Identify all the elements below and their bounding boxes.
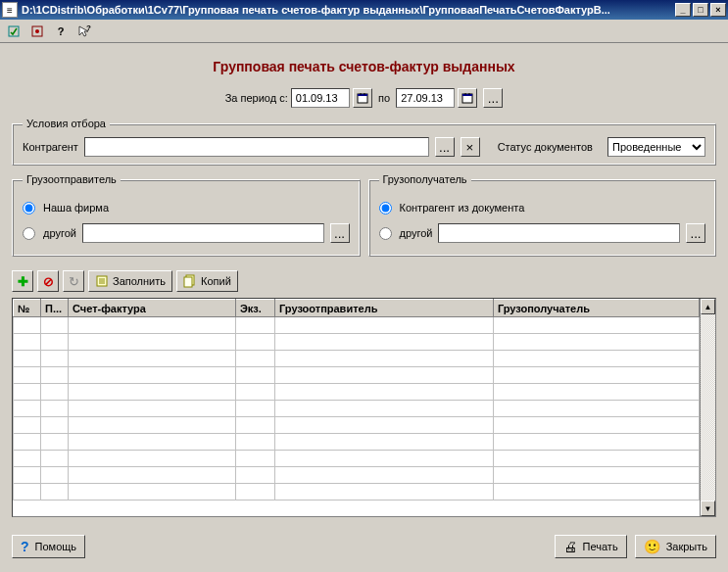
svg-point-2 [35,29,39,33]
calendar-to-icon[interactable] [458,88,477,108]
add-row-button[interactable]: ✚ [12,270,33,292]
table-row [14,384,700,401]
svg-text:?: ? [86,24,91,32]
minimize-button[interactable]: _ [675,3,691,17]
footer: ?Помощь 🖨Печать 🙂Закрыть [0,527,728,566]
refresh-button[interactable]: ↻ [63,270,84,292]
copies-button[interactable]: Копий [176,270,238,292]
col-invoice[interactable]: Счет-фактура [69,300,236,317]
table-body[interactable] [14,317,700,500]
table-row [14,451,700,467]
pointer-help-icon[interactable]: ? [74,22,94,41]
window-title: D:\1CDistrib\Обработки\1Cv77\Групповая п… [22,4,675,16]
sender-fieldset: Грузоотправитель Наша фирма другой ... [12,173,361,257]
page-title: Групповая печать счетов-фактур выданных [12,59,716,74]
period-row: За период с: по ... [12,88,716,108]
app-icon: ≡ [2,2,18,18]
smiley-icon: 🙂 [644,539,660,554]
table-row [14,434,700,451]
svg-rect-5 [358,94,367,96]
maximize-button[interactable]: □ [693,3,708,17]
receiver-legend: Грузополучатель [379,173,471,185]
receiver-radio-other[interactable] [379,227,392,240]
period-to-label: по [378,92,390,104]
counterparty-select-button[interactable]: ... [435,137,455,157]
data-table[interactable]: № П... Счет-фактура Экз. Грузоотправител… [13,299,700,500]
printer-icon: 🖨 [563,539,577,554]
col-number[interactable]: № [14,300,41,317]
toolbar: ? ? [0,20,728,43]
vertical-scrollbar[interactable]: ▲ ▼ [700,299,715,516]
col-receiver[interactable]: Грузополучатель [493,300,699,317]
counterparty-input[interactable] [84,137,429,157]
filter-fieldset: Условия отбора Контрагент ... × Статус д… [12,118,716,166]
table-row [14,484,700,500]
data-table-container: № П... Счет-фактура Экз. Грузоотправител… [12,298,716,517]
scroll-down-button[interactable]: ▼ [701,500,715,516]
toolbar-btn-2[interactable] [27,22,47,41]
receiver-fieldset: Грузополучатель Контрагент из документа … [368,173,717,257]
toolbar-btn-1[interactable] [4,22,24,41]
sender-opt1-label: Наша фирма [43,202,109,214]
counterparty-label: Контрагент [23,141,78,153]
scroll-track[interactable] [701,314,715,500]
receiver-other-input[interactable] [438,223,680,243]
table-row [14,467,700,484]
sender-radio-other[interactable] [23,227,35,240]
fill-button[interactable]: Заполнить [88,270,172,292]
scroll-up-button[interactable]: ▲ [701,299,715,314]
table-row [14,334,700,351]
table-row [14,317,700,334]
close-button[interactable]: 🙂Закрыть [635,535,716,558]
date-to-input[interactable] [396,88,455,108]
status-label: Статус документов [498,141,593,153]
receiver-radio-doc[interactable] [379,202,392,214]
table-row [14,351,700,367]
help-icon[interactable]: ? [51,22,71,41]
close-window-button[interactable]: × [710,3,726,17]
svg-rect-17 [184,277,192,287]
table-row [14,367,700,384]
table-row [14,417,700,434]
period-more-button[interactable]: ... [483,88,503,108]
window-titlebar: ≡ D:\1CDistrib\Обработки\1Cv77\Групповая… [0,0,728,20]
receiver-other-select-button[interactable]: ... [686,223,705,243]
svg-rect-0 [9,26,19,36]
help-question-icon: ? [21,539,29,554]
sender-opt2-label: другой [43,227,76,239]
sender-other-input[interactable] [82,223,324,243]
receiver-opt1-label: Контрагент из документа [400,202,525,214]
action-bar: ✚ ⊘ ↻ Заполнить Копий [12,270,716,292]
filter-legend: Условия отбора [23,118,110,129]
date-from-input[interactable] [291,88,350,108]
calendar-from-icon[interactable] [353,88,372,108]
sender-other-select-button[interactable]: ... [330,223,350,243]
col-ekz[interactable]: Экз. [236,300,275,317]
svg-rect-9 [462,94,472,96]
col-sender[interactable]: Грузоотправитель [275,300,494,317]
counterparty-clear-button[interactable]: × [461,137,480,157]
receiver-opt2-label: другой [400,227,433,239]
sender-radio-ours[interactable] [23,202,35,214]
sender-legend: Грузоотправитель [23,173,121,185]
print-button[interactable]: 🖨Печать [555,535,627,558]
help-button[interactable]: ?Помощь [12,535,85,558]
status-select[interactable]: Проведенные [607,137,705,157]
delete-row-button[interactable]: ⊘ [37,270,59,292]
table-row [14,401,700,417]
period-from-label: За период с: [225,92,288,104]
col-p[interactable]: П... [41,300,69,317]
